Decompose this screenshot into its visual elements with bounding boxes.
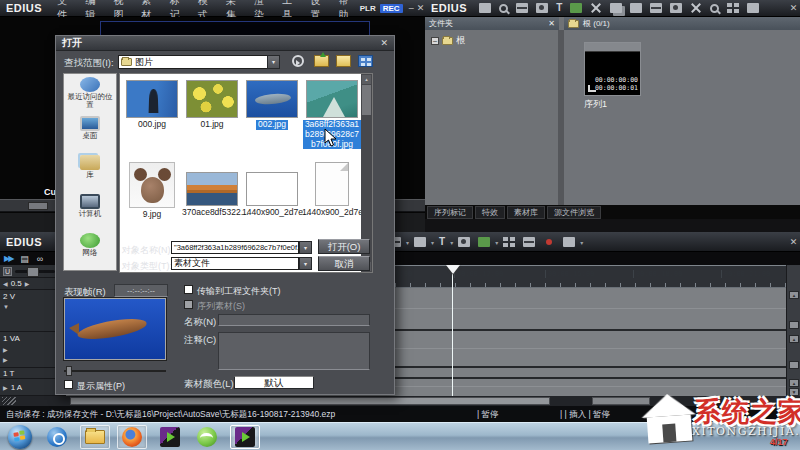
file-item[interactable]: 370ace8df5322… xyxy=(182,172,242,218)
export-icon[interactable] xyxy=(478,237,490,247)
shuttle-handle[interactable] xyxy=(28,202,48,210)
search-icon[interactable] xyxy=(499,4,508,13)
ripple-mode-icon[interactable]: ∞ xyxy=(37,254,43,264)
tab-effects[interactable]: 特效 xyxy=(475,206,505,219)
caret-icon[interactable]: ▾ xyxy=(495,239,498,246)
file-thumbnail[interactable] xyxy=(129,162,175,208)
file-item[interactable]: 9.jpg xyxy=(122,162,182,220)
filetype-dropdown-icon[interactable]: ▾ xyxy=(299,257,312,270)
transfer-checkbox[interactable] xyxy=(184,285,193,294)
taskbar-edius-active[interactable] xyxy=(230,425,260,449)
title-icon[interactable]: T xyxy=(439,237,445,247)
track-scroll-up-icon[interactable]: ▴ xyxy=(789,379,799,387)
timeline-close-button[interactable]: ✕ xyxy=(787,237,800,247)
look-in-combobox[interactable]: 图片 xyxy=(118,55,268,69)
resize-grip[interactable] xyxy=(2,397,16,405)
taskbar-browser[interactable] xyxy=(192,425,222,449)
paste-icon[interactable] xyxy=(630,3,642,13)
tree-root-item[interactable]: – 根 xyxy=(425,30,558,51)
open-button[interactable]: 打开(O) xyxy=(318,239,370,254)
caret-icon[interactable]: ▾ xyxy=(580,239,583,246)
copy-icon[interactable] xyxy=(610,3,622,13)
comment-input[interactable] xyxy=(218,332,370,370)
layers-icon[interactable]: ▤ xyxy=(20,254,29,264)
title-tool-icon[interactable]: T xyxy=(556,3,562,13)
cut-icon[interactable] xyxy=(590,3,602,13)
new-folder-icon[interactable] xyxy=(336,55,351,67)
minimize-button[interactable]: – xyxy=(407,3,416,13)
filename-dropdown-icon[interactable]: ▾ xyxy=(299,241,312,254)
util-button[interactable]: U xyxy=(3,267,12,276)
file-item[interactable]: 01.jpg xyxy=(182,80,242,130)
tab-asset-library[interactable]: 素材库 xyxy=(507,206,545,219)
filename-input[interactable]: "3a68ff2f363a1b289f69628c7b7f0e0f.jpg" xyxy=(171,241,299,254)
monitor-icon[interactable] xyxy=(650,3,662,13)
clip-color-default-button[interactable]: 默认 xyxy=(234,376,314,389)
hscroll-thumb[interactable] xyxy=(70,397,550,405)
track-scroll-icon[interactable] xyxy=(789,361,799,369)
track-a-expander-icon[interactable]: ▶ xyxy=(3,384,8,391)
close-button[interactable]: ✕ xyxy=(416,3,425,13)
file-item[interactable]: 1440x900_2d7e… xyxy=(242,172,302,218)
place-network[interactable]: 网络 xyxy=(64,230,116,269)
start-button[interactable] xyxy=(8,425,32,449)
import-icon[interactable] xyxy=(536,3,548,13)
panel-menu-icon[interactable] xyxy=(563,237,575,247)
view-grid-icon[interactable] xyxy=(727,3,739,13)
zoom-out-icon[interactable]: ◀ xyxy=(3,280,8,287)
caret-icon[interactable]: ▾ xyxy=(406,239,409,246)
multicam-icon[interactable] xyxy=(503,237,515,247)
file-thumbnail[interactable] xyxy=(186,172,238,206)
track-v-expander-icon[interactable]: ▼ xyxy=(3,304,9,310)
bin-close-button[interactable]: ✕ xyxy=(787,3,800,13)
place-computer[interactable]: 计算机 xyxy=(64,191,116,230)
view-menu-icon[interactable] xyxy=(358,55,373,67)
taskbar-edius[interactable] xyxy=(155,425,185,449)
new-folder-icon[interactable] xyxy=(479,3,491,13)
file-thumbnail[interactable] xyxy=(246,80,298,118)
name-input[interactable] xyxy=(218,314,370,326)
look-in-dropdown-icon[interactable]: ▾ xyxy=(267,55,280,69)
track-scroll-up-icon[interactable]: ▴ xyxy=(789,291,799,299)
taskbar-media-player[interactable] xyxy=(42,425,72,449)
sequence-thumbnail[interactable]: 00:00:00:00 00:00:00:01 xyxy=(584,42,641,96)
preview-slider[interactable] xyxy=(64,366,166,376)
open-clip-icon[interactable] xyxy=(516,3,528,13)
file-icon-thumbnail[interactable] xyxy=(315,162,349,206)
transition-icon[interactable] xyxy=(414,237,426,247)
caret-icon[interactable]: ▾ xyxy=(431,239,434,246)
tab-sequence-marks[interactable]: 序列标记 xyxy=(427,206,473,219)
file-item[interactable]: 1440x900_2d7e… xyxy=(302,162,362,218)
place-desktop[interactable]: 桌面 xyxy=(64,113,116,152)
taskbar-explorer[interactable] xyxy=(80,425,110,449)
dialog-close-icon[interactable]: ✕ xyxy=(380,38,394,48)
file-thumbnail[interactable] xyxy=(306,80,358,118)
voiceover-icon[interactable] xyxy=(458,237,470,247)
record-icon[interactable] xyxy=(543,237,555,247)
capture-icon[interactable] xyxy=(570,3,582,13)
file-thumbnail[interactable] xyxy=(186,80,238,118)
playhead-handle[interactable] xyxy=(446,265,460,274)
tree-collapse-icon[interactable]: – xyxy=(431,37,439,45)
track-height-slider[interactable] xyxy=(15,270,55,273)
track-va-expander2-icon[interactable]: ▶ xyxy=(3,356,8,363)
track-scroll-up-icon[interactable]: ▴ xyxy=(789,335,799,343)
caret-icon[interactable]: ▾ xyxy=(450,239,453,246)
place-recent[interactable]: 最近访问的位置 xyxy=(64,74,116,113)
taskbar-firefox[interactable] xyxy=(117,425,147,449)
scroll-up-icon[interactable]: ▴ xyxy=(362,75,371,84)
file-thumbnail[interactable] xyxy=(246,172,298,206)
eject-icon[interactable] xyxy=(670,3,682,13)
up-one-level-icon[interactable] xyxy=(314,55,329,67)
folder-panel-close-icon[interactable]: ✕ xyxy=(548,19,555,28)
link-icon[interactable] xyxy=(710,4,719,13)
camera-icon[interactable] xyxy=(747,3,759,13)
track-scroll-icon[interactable] xyxy=(789,321,799,329)
file-item[interactable]: 000.jpg xyxy=(122,80,182,130)
sequence-clip-card[interactable]: 00:00:00:00 00:00:00:01 序列1 xyxy=(584,42,641,111)
place-libraries[interactable]: 库 xyxy=(64,152,116,191)
tab-source-browser[interactable]: 源文件浏览 xyxy=(547,206,601,219)
back-icon[interactable] xyxy=(292,55,304,67)
cancel-button[interactable]: 取消 xyxy=(318,256,370,271)
delete-icon[interactable] xyxy=(690,3,702,13)
